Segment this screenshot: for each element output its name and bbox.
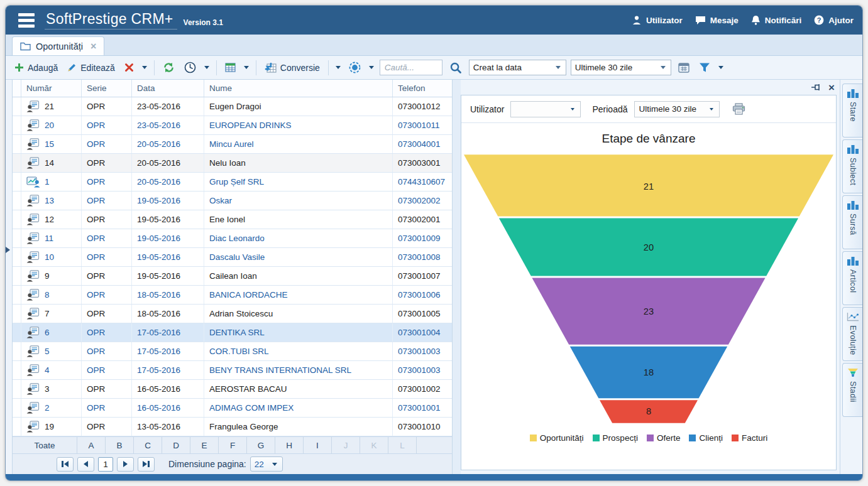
- splitter-arrow-icon[interactable]: [6, 247, 10, 253]
- search-button[interactable]: [447, 60, 464, 76]
- side-tab-label: Stadii: [849, 381, 857, 402]
- alphabet-filter-letter[interactable]: D: [162, 437, 190, 453]
- table-row[interactable]: 1OPR20-05-2016Grup Șelf SRL0744310607: [13, 173, 452, 192]
- filter-dropdown-caret[interactable]: [718, 66, 723, 69]
- panel-splitter[interactable]: [453, 80, 461, 474]
- grid-view-dropdown-caret[interactable]: [244, 66, 249, 69]
- side-tab-label: Stare: [849, 102, 857, 122]
- alphabet-filter-letter[interactable]: F: [219, 437, 247, 453]
- table-row[interactable]: 21OPR23-05-2016Eugen Dragoi073001012: [13, 97, 452, 116]
- table-row[interactable]: 9OPR19-05-2016Cailean Ioan073001007: [13, 267, 452, 286]
- table-row[interactable]: 20OPR23-05-2016EUROPEAN DRINKS073001011: [13, 116, 452, 135]
- alphabet-filter-letter[interactable]: E: [190, 437, 219, 453]
- cell-numar: 4: [21, 361, 82, 379]
- table-row[interactable]: 5OPR17-05-2016COR.TUBI SRL073001003: [13, 342, 452, 361]
- period-filter-select[interactable]: Ultimele 30 zile: [571, 60, 671, 75]
- legend-item[interactable]: Clienți: [689, 433, 723, 443]
- target-button[interactable]: [346, 60, 363, 75]
- menu-ajutor[interactable]: ? Ajutor: [814, 15, 854, 25]
- last-page-button[interactable]: [138, 457, 155, 472]
- alphabet-filter-letter[interactable]: C: [134, 437, 162, 453]
- date-filter-select[interactable]: Creat la data: [469, 60, 566, 75]
- side-tab-surs[interactable]: Sursă: [842, 195, 862, 249]
- add-button[interactable]: Adaugă: [12, 61, 60, 75]
- cell-nume: BANICA IORDACHE: [204, 286, 393, 304]
- history-dropdown-caret[interactable]: [204, 66, 209, 69]
- column-data[interactable]: Data: [132, 80, 204, 97]
- refresh-button[interactable]: [160, 60, 177, 75]
- table-row[interactable]: 12OPR19-05-2016Ene Ionel073002001: [13, 210, 452, 229]
- cell-telefon: 073004001: [393, 135, 452, 153]
- alphabet-filter-letter[interactable]: H: [275, 437, 304, 453]
- conversie-button[interactable]: Conversie: [262, 60, 322, 75]
- filter-button[interactable]: [696, 60, 713, 75]
- table-row[interactable]: 19OPR13-05-2016Frangulea George073001010: [13, 418, 452, 436]
- side-tab-articol[interactable]: Articol: [842, 251, 862, 305]
- alphabet-filter-letter[interactable]: G: [247, 437, 275, 453]
- menu-utilizator[interactable]: Utilizator: [632, 15, 683, 25]
- side-tab-stadii[interactable]: Stadii: [842, 363, 862, 417]
- legend-item[interactable]: Prospecți: [593, 433, 638, 443]
- table-row[interactable]: 2OPR16-05-2016ADIMAG COM IMPEX073001001: [13, 399, 452, 418]
- column-nume[interactable]: Nume: [204, 80, 393, 97]
- table-row[interactable]: 15OPR20-05-2016Mincu Aurel073004001: [13, 135, 452, 154]
- side-tab-evoluie[interactable]: Evoluție: [842, 307, 862, 361]
- bell-icon: [751, 15, 761, 25]
- table-row[interactable]: 14OPR20-05-2016Nelu Ioan073003001: [13, 154, 452, 173]
- page-number-input[interactable]: [98, 457, 113, 472]
- delete-dropdown-caret[interactable]: [142, 66, 147, 69]
- prev-page-button[interactable]: [77, 457, 94, 472]
- table-row[interactable]: 4OPR17-05-2016BENY TRANS INTERNATIONAL S…: [13, 361, 452, 380]
- first-page-button[interactable]: [57, 457, 74, 472]
- table-row[interactable]: 10OPR19-05-2016Dascalu Vasile073001008: [13, 248, 452, 267]
- cell-nume: AEROSTAR BACAU: [204, 380, 393, 398]
- calendar-icon: [678, 62, 689, 73]
- user-filter-select[interactable]: [510, 101, 581, 117]
- funnel-value-label: 8: [646, 406, 651, 416]
- row-indicator: [13, 116, 21, 134]
- delete-button[interactable]: [122, 61, 136, 74]
- tab-oportunitati[interactable]: Oportunități ×: [12, 36, 104, 55]
- edit-button[interactable]: Editează: [65, 61, 117, 75]
- conversie-dropdown-caret[interactable]: [336, 66, 341, 69]
- table-row[interactable]: 8OPR18-05-2016BANICA IORDACHE073001006: [13, 286, 452, 305]
- close-panel-icon[interactable]: ×: [828, 82, 835, 93]
- tab-close-icon[interactable]: ×: [91, 41, 96, 52]
- alphabet-filter-letter[interactable]: I: [304, 437, 332, 453]
- next-page-button[interactable]: [117, 457, 134, 472]
- grid-view-button[interactable]: [222, 61, 238, 74]
- alphabet-filter-letter[interactable]: B: [106, 437, 134, 453]
- row-indicator: [13, 286, 21, 304]
- print-button[interactable]: [732, 103, 745, 115]
- menu-mesaje[interactable]: Mesaje: [695, 15, 739, 25]
- column-numar[interactable]: Număr: [21, 80, 82, 97]
- pin-icon[interactable]: [811, 83, 821, 92]
- side-tab-stare[interactable]: Stare: [842, 84, 862, 138]
- column-telefon[interactable]: Telefon: [393, 80, 452, 97]
- legend-item[interactable]: Oportunități: [530, 433, 584, 443]
- side-tab-subiect[interactable]: Subiect: [842, 139, 862, 193]
- cell-serie: OPR: [82, 192, 132, 210]
- legend-item[interactable]: Oferte: [647, 433, 681, 443]
- cell-serie: OPR: [82, 286, 132, 304]
- alphabet-filter-all[interactable]: Toate: [13, 437, 77, 453]
- calendar-button[interactable]: [676, 60, 692, 75]
- table-row[interactable]: 13OPR19-05-2016Oskar073002002: [13, 192, 452, 210]
- table-row[interactable]: 6OPR17-05-2016DENTIKA SRL073001004: [13, 323, 452, 342]
- search-input[interactable]: [380, 60, 442, 75]
- cell-telefon: 073001012: [393, 97, 452, 116]
- target-dropdown-caret[interactable]: [369, 66, 374, 69]
- alphabet-filter-letter[interactable]: A: [77, 437, 106, 453]
- column-serie[interactable]: Serie: [82, 80, 132, 97]
- history-button[interactable]: [182, 60, 199, 75]
- period-select[interactable]: Ultimele 30 zile: [634, 101, 720, 117]
- table-row[interactable]: 11OPR19-05-2016Diac Leonardo073001009: [13, 229, 452, 248]
- page-size-select[interactable]: 22: [250, 456, 283, 472]
- table-row[interactable]: 7OPR18-05-2016Adrian Stoicescu073001005: [13, 305, 452, 323]
- legend-item[interactable]: Facturi: [732, 433, 767, 443]
- menu-notificari[interactable]: Notificări: [751, 15, 802, 25]
- table-row[interactable]: 3OPR16-05-2016AEROSTAR BACAU073001002: [13, 380, 452, 399]
- table-grid-icon: [225, 63, 236, 72]
- funnel-value-label: 21: [644, 181, 654, 192]
- hamburger-menu-icon[interactable]: [18, 13, 35, 28]
